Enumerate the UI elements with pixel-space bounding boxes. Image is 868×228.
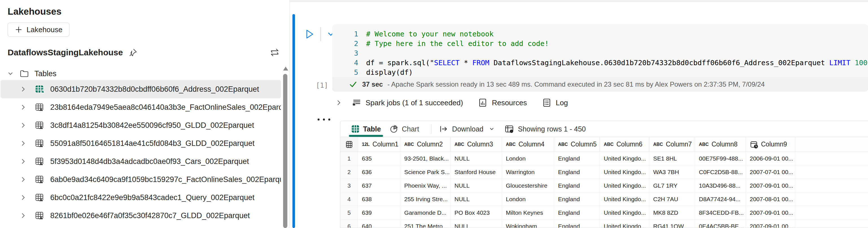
pin-icon[interactable]: [128, 47, 138, 58]
lakehouse-table-item[interactable]: 6bc0c0a21fc8422e9e9b9a5843cadec1_Query_0…: [1, 189, 281, 206]
folder-icon: [19, 69, 29, 79]
grid-cell: 638: [358, 192, 400, 206]
column-header[interactable]: ABCColumn6: [600, 137, 649, 152]
grid-cell: RG41 1QW: [649, 220, 695, 228]
row-number: 1: [340, 152, 358, 165]
lakehouse-header-row: DataflowsStagingLakehouse: [8, 46, 281, 59]
code-line[interactable]: 2# Type here in the cell editor to add c…: [332, 39, 868, 48]
grid-cell: England: [554, 179, 600, 192]
column-header-label: Column5: [571, 140, 597, 148]
column-header[interactable]: ABCColumn4: [502, 137, 554, 152]
resources-button[interactable]: Resources: [477, 98, 527, 108]
lakehouse-table-item[interactable]: 55091a8f50164651814ae41c5fd084b3_GLDD_00…: [1, 134, 281, 152]
column-header-label: Column8: [712, 140, 738, 148]
tab-chart-label: Chart: [402, 125, 419, 133]
lakehouse-table-item[interactable]: 5f3953d0148d4db3a4adcadbc0ae0f93_Cars_00…: [1, 152, 281, 170]
grid-cell: 2007-09-01 00...: [746, 179, 795, 192]
chevron-down-icon: [7, 70, 14, 77]
chevron-right-icon[interactable]: [20, 140, 27, 147]
fabric-notebook-app: Lakehouses Lakehouse DataflowsStagingLak…: [0, 0, 868, 228]
grid-cell: WA3 7BH: [649, 165, 695, 178]
divider: [320, 27, 321, 41]
code-line[interactable]: 4df = spark.sql("SELECT * FROM Dataflows…: [332, 58, 868, 68]
grid-cell: 10A3D496-88...: [695, 179, 746, 192]
cell-duration: 37 sec: [362, 80, 383, 88]
export-icon: [439, 124, 448, 134]
grid-cell: MK8 8ZD: [649, 206, 695, 219]
results-toolbar: Table Chart: [340, 121, 868, 137]
grid-cell: 640: [358, 220, 400, 228]
collapse-chevron-icon[interactable]: [335, 99, 343, 107]
code-cell-editor[interactable]: 1# Welcome to your new notebook2# Type h…: [332, 24, 868, 77]
table-name: 5f3953d0148d4db3a4adcadbc0ae0f93_Cars_00…: [50, 157, 249, 166]
column-header[interactable]: 12LColumn1: [358, 137, 400, 152]
execution-count: [1]: [316, 82, 328, 90]
download-button[interactable]: Download: [439, 124, 495, 134]
table-name: 55091a8f50164651814ae41c5fd084b3_GLDD_00…: [50, 139, 255, 148]
success-check-icon: [349, 80, 358, 89]
grid-cell: 637: [358, 179, 400, 192]
grid-cell: London: [502, 192, 554, 206]
results-grid: 12LColumn1ABCColumn2ABCColumn3ABCColumn4…: [340, 137, 868, 228]
chevron-right-icon[interactable]: [20, 212, 27, 219]
grid-row[interactable]: 3637Phoenix Way, ...NULLGloucestershireE…: [340, 179, 868, 192]
grid-row[interactable]: 2636Science Park S...Stanford HouseWarri…: [340, 165, 868, 179]
grid-cell: NULL: [451, 179, 502, 192]
row-selector-header[interactable]: [340, 137, 358, 152]
table-icon: [34, 210, 44, 221]
grid-cell: D8A77424-94...: [695, 192, 746, 206]
lakehouse-table-item[interactable]: 8261bf0e026e46f7a0f35c30f42870c7_GLDD_00…: [1, 206, 281, 225]
code-line[interactable]: 3: [332, 48, 868, 58]
tables-root-node[interactable]: Tables: [0, 67, 281, 80]
lakehouse-table-item[interactable]: 6ab0e9ad34c6409ca9f1059bc159297c_FactOnl…: [1, 170, 281, 189]
line-number: 2: [332, 39, 358, 48]
switch-lakehouse-icon[interactable]: [269, 46, 281, 59]
cell-more-options-button[interactable]: [317, 119, 330, 121]
log-button[interactable]: Log: [542, 98, 568, 108]
grid-cell: United Kingdo...: [600, 220, 649, 228]
add-lakehouse-button[interactable]: Lakehouse: [8, 23, 69, 37]
grid-cell: 2007-09-01 00...: [746, 220, 795, 228]
panel-title: Lakehouses: [8, 6, 62, 17]
column-header[interactable]: ABCColumn8: [695, 137, 746, 152]
lakehouse-table-item[interactable]: 0630d1b720b74332b8d0cbdff06b60f6_Address…: [1, 80, 281, 98]
cell-status-detail: - Apache Spark session ready in 13 sec 4…: [387, 80, 765, 88]
sidebar-scrollbar[interactable]: [283, 67, 288, 228]
column-header[interactable]: ABCColumn2: [400, 137, 451, 152]
grid-row[interactable]: 5639Garamonde D...PO Box 4023Milton Keyn…: [340, 206, 868, 220]
code-line[interactable]: 1# Welcome to your new notebook: [332, 29, 868, 39]
chevron-right-icon[interactable]: [20, 158, 27, 165]
scrollbar-thumb[interactable]: [283, 74, 287, 228]
row-number: 4: [340, 192, 358, 206]
chevron-right-icon[interactable]: [20, 176, 27, 183]
lakehouse-table-item[interactable]: 23b8164eda7949e5aea8c046140a3b3e_FactOnl…: [1, 98, 281, 116]
code-line[interactable]: 5display(df): [332, 68, 868, 77]
spark-jobs-toggle[interactable]: Spark jobs (1 of 1 succeeded): [351, 98, 463, 108]
grid-row[interactable]: 6640251 The Metro...NULLWokinghamEngland…: [340, 220, 868, 228]
grid-cell: 2007-08-01 00...: [746, 192, 795, 206]
lakehouse-name: DataflowsStagingLakehouse: [8, 48, 123, 57]
chevron-right-icon[interactable]: [20, 194, 27, 201]
chevron-right-icon[interactable]: [20, 103, 27, 111]
grid-cell: United Kingdo...: [600, 192, 649, 206]
grid-row[interactable]: 4638255 Irving Stre...NULLLondonEnglandU…: [340, 192, 868, 206]
chevron-right-icon[interactable]: [20, 86, 27, 93]
column-header[interactable]: ABCColumn3: [451, 137, 502, 152]
string-type-icon: ABC: [404, 142, 414, 147]
lakehouse-explorer-panel: Lakehouses Lakehouse DataflowsStagingLak…: [0, 0, 290, 228]
resources-label: Resources: [492, 98, 527, 107]
scrollbar-up-arrow-icon[interactable]: [283, 67, 288, 70]
grid-cell: 255 Irving Stre...: [400, 192, 451, 206]
table-settings-icon: [504, 124, 514, 134]
column-header[interactable]: Column9: [746, 137, 795, 152]
column-header[interactable]: ABCColumn5: [554, 137, 600, 152]
run-cell-button[interactable]: [303, 28, 316, 41]
grid-row[interactable]: 163593-2501, Black...NULLLondonEnglandUn…: [340, 152, 868, 165]
chevron-right-icon[interactable]: [20, 122, 27, 129]
tab-chart[interactable]: Chart: [385, 121, 424, 137]
column-header[interactable]: ABCColumn7: [649, 137, 695, 152]
column-header-label: Column6: [617, 140, 643, 148]
tab-table[interactable]: Table: [347, 121, 385, 137]
table-icon: [34, 192, 44, 203]
lakehouse-table-item[interactable]: 3c8df14a81254b30842ee550096cf950_GLDD_00…: [1, 116, 281, 134]
